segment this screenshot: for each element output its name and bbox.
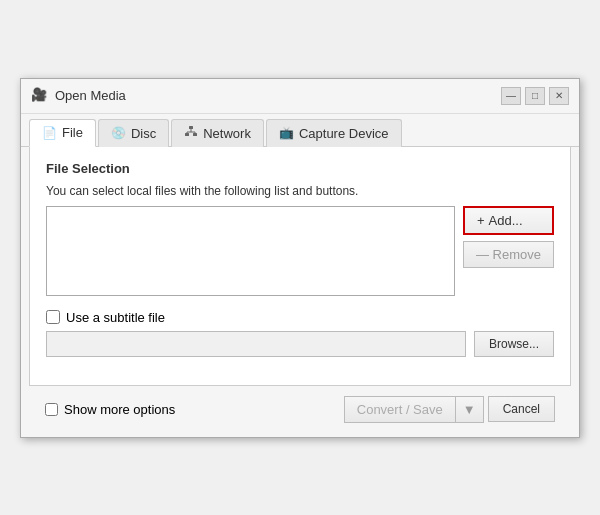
show-more-checkbox[interactable] [45, 403, 58, 416]
maximize-button[interactable]: □ [525, 87, 545, 105]
subtitle-input-row: Browse... [46, 331, 554, 357]
footer: Show more options Convert / Save ▼ Cance… [29, 386, 571, 437]
window-controls: — □ ✕ [501, 87, 569, 105]
show-more-label: Show more options [64, 402, 175, 417]
subtitle-checkbox-row: Use a subtitle file [46, 310, 554, 325]
svg-rect-2 [193, 133, 197, 136]
title-bar: 🎥 Open Media — □ ✕ [21, 79, 579, 114]
file-tab-icon: 📄 [42, 126, 57, 140]
svg-rect-1 [185, 133, 189, 136]
open-media-dialog: 🎥 Open Media — □ ✕ 📄 File 💿 Disc [20, 78, 580, 438]
file-list[interactable] [46, 206, 455, 296]
add-button-label: Add... [489, 213, 523, 228]
main-content: File Selection You can select local file… [29, 147, 571, 386]
remove-button[interactable]: — Remove [463, 241, 554, 268]
svg-rect-0 [189, 126, 193, 129]
vlc-app-icon: 🎥 [31, 87, 49, 105]
add-plus-icon: + [477, 213, 485, 228]
tab-file[interactable]: 📄 File [29, 119, 96, 147]
minimize-button[interactable]: — [501, 87, 521, 105]
convert-save-button[interactable]: Convert / Save [344, 396, 455, 423]
subtitle-checkbox-label: Use a subtitle file [66, 310, 165, 325]
show-more-row: Show more options [45, 402, 175, 417]
network-tab-label: Network [203, 126, 251, 141]
add-button[interactable]: + Add... [463, 206, 554, 235]
footer-buttons: Convert / Save ▼ Cancel [344, 396, 555, 423]
network-tab-icon [184, 125, 198, 142]
tab-disc[interactable]: 💿 Disc [98, 119, 169, 147]
tab-bar: 📄 File 💿 Disc Network 📺 [21, 114, 579, 147]
window-title: Open Media [55, 88, 126, 103]
disc-tab-icon: 💿 [111, 126, 126, 140]
file-selection-description: You can select local files with the foll… [46, 184, 554, 198]
browse-button[interactable]: Browse... [474, 331, 554, 357]
cancel-button[interactable]: Cancel [488, 396, 555, 422]
file-tab-label: File [62, 125, 83, 140]
subtitle-section: Use a subtitle file Browse... [46, 310, 554, 357]
tab-capture[interactable]: 📺 Capture Device [266, 119, 402, 147]
convert-arrow-button[interactable]: ▼ [455, 396, 484, 423]
subtitle-checkbox[interactable] [46, 310, 60, 324]
subtitle-path-input[interactable] [46, 331, 466, 357]
convert-save-label: Convert / Save [357, 402, 443, 417]
convert-arrow-icon: ▼ [463, 402, 476, 417]
remove-button-label: — Remove [476, 247, 541, 262]
close-button[interactable]: ✕ [549, 87, 569, 105]
title-bar-left: 🎥 Open Media [31, 87, 126, 105]
disc-tab-label: Disc [131, 126, 156, 141]
convert-group: Convert / Save ▼ [344, 396, 484, 423]
capture-tab-label: Capture Device [299, 126, 389, 141]
file-area: + Add... — Remove [46, 206, 554, 296]
tab-network[interactable]: Network [171, 119, 264, 147]
file-buttons: + Add... — Remove [463, 206, 554, 296]
capture-tab-icon: 📺 [279, 126, 294, 140]
file-selection-title: File Selection [46, 161, 554, 176]
